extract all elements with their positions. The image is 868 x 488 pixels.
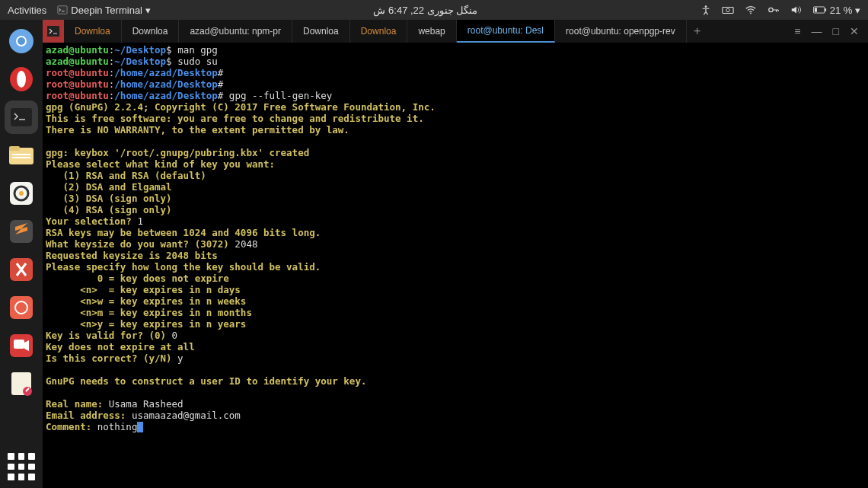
svg-point-13 [17,71,26,88]
dock-notes[interactable] [5,367,38,400]
clock[interactable]: منگل جنوری 22, 6:47 ش [151,5,700,16]
camera-icon[interactable] [722,5,734,15]
tab-0[interactable]: Downloa [64,20,122,43]
svg-point-5 [769,8,773,11]
tab-6[interactable]: root@ubuntu: Desl [457,20,555,43]
svg-rect-18 [12,157,30,158]
svg-rect-24 [10,296,33,319]
dock-chromium[interactable] [5,24,38,58]
tab-1[interactable]: Downloa [122,20,180,43]
svg-rect-8 [815,8,817,11]
dock-terminal[interactable] [5,100,38,134]
terminal-tab-bar: Downloa Downloa azad@ubuntu: npm-pr Down… [43,20,868,43]
battery-text: 21 % ▾ [830,5,860,16]
volume-icon[interactable] [790,5,803,15]
accessibility-icon[interactable] [700,5,711,15]
svg-point-3 [726,8,729,11]
chevron-down-icon: ▾ [145,5,151,16]
svg-point-1 [704,5,707,8]
tab-5[interactable]: webap [407,20,456,43]
tab-4[interactable]: Downloa [350,20,408,43]
svg-rect-14 [11,108,32,126]
terminal-app-icon [43,20,64,43]
key-icon[interactable] [767,5,780,15]
app-name-label: Deepin Terminal [71,5,142,16]
svg-point-21 [19,191,24,196]
svg-rect-0 [58,6,67,14]
svg-rect-17 [12,154,30,155]
battery-indicator[interactable]: 21 % ▾ [813,5,860,16]
svg-point-4 [750,13,752,14]
dock-rhythmbox[interactable] [5,177,38,210]
activities-button[interactable]: Activities [8,5,46,16]
svg-rect-30 [47,26,59,37]
terminal-content[interactable]: azad@ubuntu:~/Desktop$ man gpg azad@ubun… [43,43,868,488]
show-applications[interactable] [8,453,35,480]
close-button[interactable]: ✕ [850,25,859,37]
minimize-button[interactable]: — [812,25,822,37]
tab-2[interactable]: azad@ubuntu: npm-pr [179,20,292,43]
new-tab-button[interactable]: + [687,20,708,43]
tab-7[interactable]: root@ubuntu: openpgp-rev [555,20,687,43]
dock-files[interactable] [5,139,38,172]
menu-icon[interactable]: ≡ [794,25,800,37]
svg-rect-2 [723,7,733,13]
dock-opera[interactable] [5,62,38,96]
dock-sublime[interactable] [5,215,38,248]
svg-rect-7 [825,8,826,11]
wifi-icon[interactable] [745,5,757,15]
tab-3[interactable]: Downloa [292,20,350,43]
svg-rect-27 [14,340,24,349]
svg-point-11 [18,37,25,45]
dock [0,20,43,488]
svg-rect-16 [9,146,20,151]
top-bar: Activities Deepin Terminal ▾ منگل جنوری … [0,0,868,20]
terminal-window: Downloa Downloa azad@ubuntu: npm-pr Down… [43,20,868,488]
battery-icon [813,6,827,14]
dock-recorder[interactable] [5,329,38,362]
maximize-button[interactable]: □ [833,25,839,37]
terminal-icon [57,5,68,15]
svg-point-29 [23,387,32,396]
app-menu[interactable]: Deepin Terminal ▾ [57,5,151,16]
dock-app2[interactable] [5,291,38,324]
dock-app1[interactable] [5,253,38,286]
text-cursor [137,422,143,432]
